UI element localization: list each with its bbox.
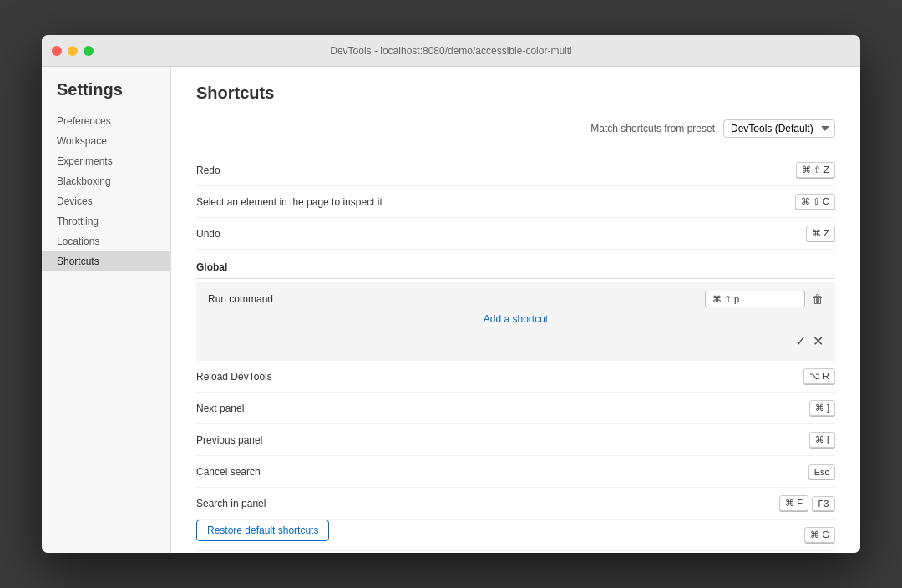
global-shortcut-row: Next panel⌘ ] — [196, 393, 835, 424]
global-shortcut-row: Reload DevTools⌥ R — [196, 361, 835, 393]
shortcut-name: Undo — [196, 228, 806, 240]
sidebar-item-blackboxing[interactable]: Blackboxing — [42, 171, 170, 191]
confirm-shortcut-button[interactable]: ✓ — [795, 333, 806, 349]
sidebar-item-experiments[interactable]: Experiments — [42, 151, 170, 171]
shortcut-keys: ⌘ G — [804, 527, 835, 543]
sidebar-item-throttling[interactable]: Throttling — [42, 211, 170, 231]
shortcut-keys: ⌘ ⇧ Z — [796, 162, 835, 178]
titlebar: DevTools - localhost:8080/demo/accessibl… — [42, 35, 860, 67]
maximize-traffic-light[interactable] — [84, 46, 94, 56]
global-shortcut-row: Previous panel⌘ [ — [196, 424, 835, 456]
keyboard-shortcut: ⌥ R — [803, 368, 835, 384]
shortcut-keys: ⌥ R — [803, 368, 835, 384]
shortcut-row: Select an element in the page to inspect… — [196, 186, 835, 218]
shortcut-name: Redo — [196, 165, 796, 176]
shortcut-keys: ⌘ FF3 — [779, 495, 835, 511]
shortcut-keys: Esc — [808, 464, 835, 479]
sidebar-title: Settings — [42, 77, 170, 111]
keyboard-shortcut: F3 — [812, 496, 835, 511]
window-title: DevTools - localhost:8080/demo/accessibl… — [330, 45, 571, 57]
keyboard-shortcut: Esc — [808, 464, 835, 479]
shortcut-name: Previous panel — [196, 434, 809, 446]
global-shortcut-row: Cancel searchEsc — [196, 456, 835, 488]
minimize-traffic-light[interactable] — [68, 46, 78, 56]
cancel-shortcut-button[interactable]: ✕ — [813, 333, 823, 349]
keyboard-shortcut: ⌘ F — [779, 495, 808, 511]
preset-select[interactable]: DevTools (Default)Visual Studio Code — [723, 119, 835, 138]
shortcut-name: Cancel search — [196, 466, 808, 478]
shortcut-name: Search in panel — [196, 498, 779, 509]
keyboard-shortcut: ⌘ ⇧ Z — [796, 162, 835, 178]
main-content: Settings PreferencesWorkspaceExperiments… — [42, 67, 860, 553]
sidebar: Settings PreferencesWorkspaceExperiments… — [42, 67, 171, 553]
shortcut-name: Reload DevTools — [196, 371, 803, 383]
sidebar-item-shortcuts[interactable]: Shortcuts — [42, 251, 170, 271]
content-area: Shortcuts Match shortcuts from preset De… — [171, 67, 860, 553]
shortcut-row: Redo⌘ ⇧ Z — [196, 155, 835, 186]
delete-shortcut-button[interactable]: 🗑 — [812, 292, 823, 306]
global-shortcut-row: Search in panel⌘ FF3 — [196, 488, 835, 520]
shortcut-keys: ⌘ Z — [806, 226, 835, 241]
global-shortcut-row: Find previous result — [196, 551, 835, 553]
keyboard-shortcut: ⌘ ] — [809, 400, 835, 416]
keyboard-shortcut: ⌘ Z — [806, 226, 835, 241]
keyboard-shortcut: ⌘ ⇧ C — [795, 194, 835, 210]
preset-row: Match shortcuts from preset DevTools (De… — [196, 119, 835, 138]
shortcut-keys: ⌘ ] — [809, 400, 835, 416]
shortcut-row: Undo⌘ Z — [196, 218, 835, 250]
keyboard-shortcut: ⌘ G — [804, 527, 835, 543]
shortcut-name: Select an element in the page to inspect… — [196, 196, 795, 208]
preset-label: Match shortcuts from preset — [590, 123, 715, 134]
close-traffic-light[interactable] — [52, 46, 62, 56]
shortcut-keys: ⌘ ⇧ C — [795, 194, 835, 210]
run-command-row: Run command 🗑 Add a shortcut ✓ ✕ — [196, 282, 835, 361]
restore-defaults-button[interactable]: Restore default shortcuts — [196, 520, 329, 541]
run-command-inner: Run command 🗑 — [208, 291, 823, 307]
sidebar-item-workspace[interactable]: Workspace — [42, 131, 170, 151]
add-shortcut-link[interactable]: Add a shortcut — [484, 313, 548, 325]
sidebar-item-preferences[interactable]: Preferences — [42, 111, 170, 131]
traffic-lights — [52, 46, 94, 56]
run-command-input[interactable] — [705, 291, 805, 307]
sidebar-item-devices[interactable]: Devices — [42, 191, 170, 211]
page-title: Shortcuts — [196, 84, 835, 103]
confirm-row: ✓ ✕ — [208, 330, 823, 352]
global-section-header: Global — [196, 250, 835, 279]
devtools-window: DevTools - localhost:8080/demo/accessibl… — [42, 35, 860, 553]
shortcut-keys: ⌘ [ — [809, 432, 835, 448]
sidebar-item-locations[interactable]: Locations — [42, 231, 170, 251]
shortcut-name: Next panel — [196, 403, 809, 414]
keyboard-shortcut: ⌘ [ — [809, 432, 835, 448]
run-command-label: Run command — [208, 293, 698, 305]
